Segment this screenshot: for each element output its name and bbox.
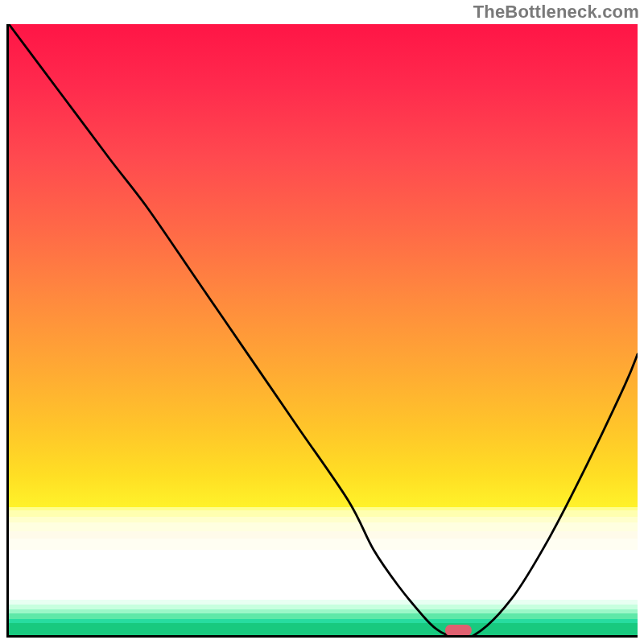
chart-container: TheBottleneck.com (0, 0, 644, 644)
plot-area (6, 24, 638, 638)
optimal-point-marker (445, 625, 472, 635)
watermark-text: TheBottleneck.com (473, 2, 639, 23)
curve-layer (9, 24, 638, 635)
bottleneck-curve (9, 24, 638, 635)
